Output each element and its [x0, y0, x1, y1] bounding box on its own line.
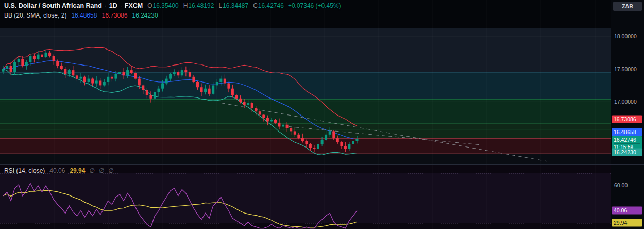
rsi-value-text: 40.06 [614, 207, 627, 213]
bb-upper-price-text: 16.73086 [614, 116, 636, 122]
ohlc-open-key: O [147, 2, 152, 9]
rsi-legend[interactable]: RSI (14, close) 40.06 29.94 ∅ ∅ ∅ [4, 167, 114, 174]
price-chart-canvas[interactable] [0, 0, 611, 164]
bb-upper-value: 16.73086 [101, 12, 127, 19]
rsi-ma-value-badge: 29.94 [612, 219, 642, 227]
bb-lower-price-text: 16.24230 [614, 149, 636, 155]
ohlc-high-key: H [183, 2, 188, 9]
currency-toggle-zar[interactable]: ZAR [613, 2, 642, 11]
bollinger-legend[interactable]: BB (20, SMA, close, 2) 16.48658 16.73086… [4, 12, 158, 19]
interval-label[interactable]: 1D [109, 2, 117, 9]
bollinger-legend-label[interactable]: BB (20, SMA, close, 2) [4, 12, 66, 19]
price-axis[interactable]: ZAR 18.00000 17.50000 17.00000 16.73086 … [611, 0, 644, 229]
rsi-hidden-value: ∅ [99, 167, 104, 174]
price-pane[interactable]: U.S. Dollar / South African Rand · 1D · … [0, 0, 611, 164]
pane-separator[interactable] [611, 164, 644, 165]
price-tick: 18.00000 [614, 33, 637, 39]
rsi-hidden-value: ∅ [108, 167, 113, 174]
rsi-hidden-value: ∅ [89, 167, 94, 174]
price-change: +0.07346 (+0.45%) [288, 2, 341, 9]
price-tick: 17.00000 [614, 99, 637, 105]
bb-basis-price-badge: 16.48658 [612, 128, 642, 136]
ohlc-close-key: C [253, 2, 258, 9]
rsi-legend-label[interactable]: RSI (14, close) [4, 167, 45, 174]
ohlc-open-value: 16.35400 [153, 2, 179, 9]
ohlc-high-value: 16.48192 [188, 2, 214, 9]
exchange-label[interactable]: FXCM [125, 2, 143, 9]
separator-dot: · [105, 2, 107, 9]
bb-upper-price-badge: 16.73086 [612, 116, 642, 123]
rsi-ma-value-text: 29.94 [614, 220, 627, 226]
separator-dot: · [120, 2, 122, 9]
bb-basis-price-text: 16.48658 [614, 128, 636, 135]
symbol-title[interactable]: U.S. Dollar / South African Rand [4, 2, 102, 9]
rsi-ma-value: 29.94 [70, 167, 85, 174]
symbol-legend: U.S. Dollar / South African Rand · 1D · … [4, 2, 341, 9]
rsi-value-badge: 40.06 [612, 206, 642, 214]
price-tick: 17.50000 [614, 66, 637, 72]
bb-basis-value: 16.48658 [71, 12, 97, 19]
ohlc-low-value: 16.34487 [223, 2, 248, 9]
trading-chart-app: U.S. Dollar / South African Rand · 1D · … [0, 0, 644, 229]
rsi-tick: 60.00 [614, 182, 628, 188]
rsi-pane[interactable]: RSI (14, close) 40.06 29.94 ∅ ∅ ∅ [0, 164, 611, 229]
ohlc-close-value: 16.42746 [258, 2, 284, 9]
ohlc-low-key: L [218, 2, 222, 9]
bb-lower-price-badge: 16.24230 [612, 148, 642, 156]
bb-lower-value: 16.24230 [132, 12, 158, 19]
rsi-value: 40.06 [49, 167, 65, 174]
last-price-text: 16.42746 [614, 137, 640, 143]
